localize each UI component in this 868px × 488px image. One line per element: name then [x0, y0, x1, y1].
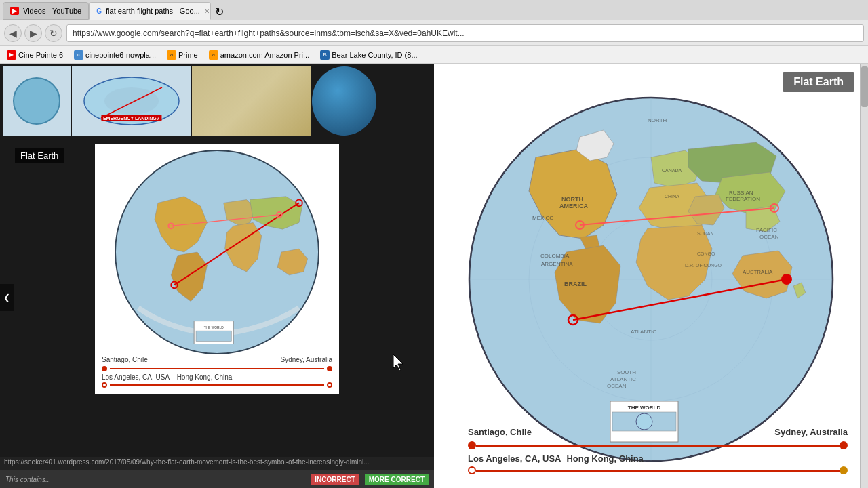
reload-icon[interactable]: ↻ [214, 4, 225, 20]
svg-text:PACIFIC: PACIFIC [756, 227, 777, 233]
svg-text:BRAZIL: BRAZIL [564, 281, 587, 287]
address-bar[interactable] [66, 24, 864, 42]
route1-bar-line [476, 445, 840, 447]
thumbnails-row: EMERGENCY LANDING? [0, 64, 434, 138]
mouse-cursor [393, 354, 407, 375]
browser-control-buttons: ↻ [214, 4, 225, 20]
amazon-favicon: a [209, 50, 218, 60]
cinepoint6-favicon: c [74, 50, 83, 60]
route2-end-dot [327, 382, 332, 388]
legend-sydney-small: Sydney, Australia [280, 356, 332, 363]
svg-text:MEXICO: MEXICO [532, 215, 554, 221]
large-flat-earth-svg: NORTH AMERICA BRAZIL ARGENTINA COLOMBIA … [461, 89, 841, 469]
tabs-bar: ▶ Videos - YouTube G flat earth flight p… [0, 0, 868, 20]
bottom-toolbar: This contains... INCORRECT MORE CORRECT [0, 470, 434, 488]
refresh-button[interactable]: ↻ [45, 24, 62, 42]
svg-text:THE WORLD: THE WORLD [628, 405, 661, 411]
status-url: https://seeker401.wordpress.com/2017/05/… [4, 458, 370, 466]
youtube-favicon: ▶ [10, 7, 19, 15]
svg-text:CONGO: CONGO [697, 251, 715, 256]
back-button[interactable]: ◀ [4, 24, 22, 42]
svg-text:COLOMBIA: COLOMBIA [540, 253, 570, 259]
route1-left-dot [468, 441, 476, 449]
flat-earth-svg: THE WORLD [102, 150, 332, 354]
svg-text:FEDERATION: FEDERATION [726, 196, 760, 202]
svg-text:OCEAN: OCEAN [607, 383, 627, 389]
thumbnail-2[interactable]: EMERGENCY LANDING? [72, 66, 191, 136]
cine-pointe-favicon: ▶ [7, 50, 16, 60]
legend-hk-small: Hong Kong, China [177, 373, 233, 381]
right-panel: Flat Earth [434, 64, 868, 488]
featured-map-wrapper: THE WORLD Santiago, Chile Sydney, Austra… [95, 144, 339, 394]
svg-text:NORTH: NORTH [561, 196, 583, 203]
svg-point-1 [104, 87, 159, 115]
svg-text:SOUTH: SOUTH [617, 369, 636, 375]
bookmark-bear-lake[interactable]: B Bear Lake County, ID (8... [317, 49, 420, 60]
bookmark-amazon-label: amazon.com Amazon Pri... [220, 51, 309, 59]
bookmark-cine-pointe-label: Cine Pointe 6 [18, 51, 63, 59]
location-row-1: Santiago, Chile Sydney, Australia [468, 427, 848, 437]
route1-right-dot [840, 441, 848, 449]
svg-text:ATLANTIC: ATLANTIC [631, 329, 656, 335]
bear-lake-favicon: B [320, 50, 330, 60]
google-favicon: G [96, 7, 102, 15]
right-hk-label: Hong Kong, China [566, 453, 643, 464]
svg-text:ATLANTIC: ATLANTIC [610, 376, 636, 382]
featured-label: Flat Earth [15, 148, 64, 163]
route2-label-row: Los Angeles, CA, USA Hong Kong, China [468, 453, 848, 464]
nav-buttons: ◀ ▶ ↻ [4, 24, 62, 42]
thumbnail-4[interactable] [312, 66, 376, 136]
right-santiago-label: Santiago, Chile [468, 427, 532, 437]
tab-google-label: flat earth flight paths - Goo... [106, 7, 200, 15]
route1-line [110, 368, 324, 369]
more-correct-label: MORE CORRECT [365, 474, 429, 485]
nav-arrow-icon: ❮ [3, 293, 10, 302]
route2-left-dot [468, 466, 476, 474]
bookmark-prime-label: Prime [178, 51, 198, 59]
right-scrollbar[interactable] [860, 64, 868, 488]
left-panel: EMERGENCY LANDING? Flat Earth [0, 64, 434, 488]
bookmark-amazon[interactable]: a amazon.com Amazon Pri... [206, 49, 312, 60]
forward-icon: ▶ [30, 28, 37, 39]
svg-text:CANADA: CANADA [662, 168, 682, 173]
svg-text:AUSTRALIA: AUSTRALIA [743, 269, 773, 275]
forward-button[interactable]: ▶ [24, 24, 42, 42]
svg-rect-12 [196, 331, 231, 341]
svg-text:NORTH: NORTH [648, 117, 667, 123]
refresh-icon: ↻ [50, 28, 58, 39]
tab-youtube[interactable]: ▶ Videos - YouTube [3, 2, 89, 20]
right-panel-label: Flat Earth [783, 72, 854, 92]
route2-right-dot [840, 466, 848, 474]
status-bar: https://seeker401.wordpress.com/2017/05/… [0, 457, 434, 470]
main-content: EMERGENCY LANDING? Flat Earth [0, 64, 868, 488]
right-la-label: Los Angeles, CA, USA [468, 453, 561, 464]
route1-start-dot [102, 366, 107, 371]
bookmark-cinepoint6[interactable]: c cinepointe6-nowpla... [71, 49, 159, 60]
route1-end-dot [327, 366, 332, 371]
svg-text:THE WORLD: THE WORLD [204, 326, 224, 329]
route2-bar [468, 466, 848, 474]
right-sydney-label: Sydney, Australia [774, 427, 848, 437]
prime-favicon: a [167, 50, 176, 60]
legend-santiago-small: Santiago, Chile [102, 356, 148, 363]
tab-google[interactable]: G flat earth flight paths - Goo... ✕ [89, 2, 211, 20]
tab-close-icon[interactable]: ✕ [204, 7, 210, 15]
route2-line [110, 384, 324, 386]
svg-text:RUSSIAN: RUSSIAN [729, 190, 753, 196]
svg-text:AMERICA: AMERICA [559, 203, 588, 209]
scrollbar-thumb[interactable] [861, 66, 868, 107]
svg-point-42 [782, 274, 791, 284]
bookmarks-bar: ▶ Cine Pointe 6 c cinepointe6-nowpla... … [0, 46, 868, 64]
verdict-labels: INCORRECT MORE CORRECT [311, 474, 429, 485]
route2-start-dot [102, 382, 107, 388]
featured-image-container: Flat Earth ❮ [0, 138, 434, 457]
bookmark-cine-pointe[interactable]: ▶ Cine Pointe 6 [4, 49, 66, 60]
bookmark-cinepoint6-label: cinepointe6-nowpla... [85, 51, 156, 59]
tab-youtube-label: Videos - YouTube [23, 7, 81, 15]
thumbnail-1[interactable] [3, 66, 71, 136]
left-nav-arrow[interactable]: ❮ [0, 284, 14, 311]
incorrect-label: INCORRECT [311, 474, 359, 485]
bookmark-prime[interactable]: a Prime [164, 49, 201, 60]
back-icon: ◀ [9, 28, 17, 39]
thumbnail-3[interactable] [192, 66, 311, 136]
